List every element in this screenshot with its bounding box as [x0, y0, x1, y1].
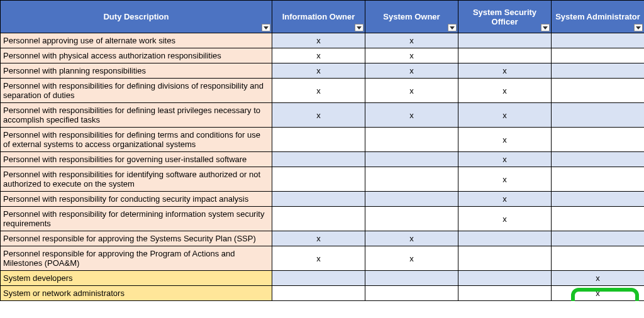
- header-label: Information Owner: [282, 12, 355, 21]
- filter-dropdown-icon[interactable]: [634, 24, 643, 31]
- table-row: Personnel with responsibilities for defi…: [1, 79, 645, 103]
- header-duty-description: Duty Description: [1, 1, 272, 33]
- role-mark-cell: [272, 271, 365, 286]
- mark-x: x: [409, 51, 414, 60]
- filter-dropdown-icon[interactable]: [541, 24, 550, 31]
- header-system-administrator: System Administrator: [552, 1, 645, 33]
- mark-x: x: [502, 194, 507, 204]
- mark-x: x: [409, 234, 414, 243]
- duty-description-cell: System or network administrators: [1, 286, 272, 301]
- filter-dropdown-icon[interactable]: [355, 24, 364, 31]
- role-mark-cell: x: [365, 246, 458, 271]
- role-mark-cell: [552, 246, 645, 271]
- role-mark-cell: x: [458, 167, 552, 192]
- mark-x: x: [409, 254, 414, 263]
- role-mark-cell: [552, 48, 645, 63]
- mark-x: x: [316, 86, 321, 96]
- role-mark-cell: x: [458, 192, 552, 207]
- role-mark-cell: x: [365, 63, 458, 79]
- role-mark-cell: [458, 231, 552, 246]
- duty-description-cell: Personnel with responsibilities for defi…: [1, 103, 272, 128]
- role-mark-cell: x: [552, 271, 645, 286]
- role-mark-cell: [458, 271, 552, 286]
- role-mark-cell: x: [272, 48, 365, 63]
- header-label: System Owner: [383, 12, 440, 21]
- role-mark-cell: [458, 48, 552, 63]
- role-mark-cell: x: [458, 152, 552, 167]
- role-mark-cell: [365, 152, 458, 167]
- role-mark-cell: [272, 167, 365, 192]
- table-row: Personnel with physical access authoriza…: [1, 48, 645, 63]
- role-mark-cell: x: [365, 79, 458, 103]
- mark-x: x: [316, 111, 321, 120]
- duty-description-cell: Personnel with responsibilities for gove…: [1, 152, 272, 167]
- role-mark-cell: x: [272, 103, 365, 128]
- mark-x: x: [316, 36, 321, 45]
- duty-description-cell: System developers: [1, 271, 272, 286]
- table-row: Personnel with responsibility for determ…: [1, 207, 645, 231]
- header-information-owner: Information Owner: [272, 1, 365, 33]
- duty-description-cell: Personnel with responsibilities for defi…: [1, 128, 272, 152]
- role-mark-cell: x: [272, 79, 365, 103]
- duty-description-cell: Personnel with planning responsibilities: [1, 63, 272, 79]
- table-row: Personnel responsible for approving the …: [1, 246, 645, 271]
- table-row: Personnel with planning responsibilities…: [1, 63, 645, 79]
- role-mark-cell: [458, 246, 552, 271]
- duty-description-cell: Personnel approving use of alternate wor…: [1, 33, 272, 48]
- role-mark-cell: x: [552, 286, 645, 301]
- role-mark-cell: x: [272, 63, 365, 79]
- mark-x: x: [316, 66, 321, 75]
- role-mark-cell: x: [272, 33, 365, 48]
- filter-dropdown-icon[interactable]: [262, 24, 270, 31]
- role-mark-cell: [272, 152, 365, 167]
- role-mark-cell: [365, 167, 458, 192]
- role-mark-cell: x: [272, 231, 365, 246]
- role-mark-cell: x: [458, 79, 552, 103]
- role-mark-cell: [365, 192, 458, 207]
- table-row: Personnel with responsibilities for iden…: [1, 167, 645, 192]
- header-label: Duty Description: [103, 12, 169, 21]
- mark-x: x: [596, 273, 600, 283]
- header-system-security-officer: System Security Officer: [458, 1, 552, 33]
- table-row: Personnel approving use of alternate wor…: [1, 33, 645, 48]
- mark-x: x: [409, 86, 414, 96]
- role-mark-cell: [272, 192, 365, 207]
- role-mark-cell: [552, 79, 645, 103]
- duty-description-cell: Personnel with physical access authoriza…: [1, 48, 272, 63]
- table-row: Personnel with responsibilities for defi…: [1, 103, 645, 128]
- role-mark-cell: [458, 33, 552, 48]
- duty-description-cell: Personnel responsible for approving the …: [1, 231, 272, 246]
- role-mark-cell: [552, 33, 645, 48]
- role-mark-cell: [365, 271, 458, 286]
- mark-x: x: [316, 234, 321, 243]
- role-mark-cell: [552, 63, 645, 79]
- mark-x: x: [502, 214, 507, 224]
- role-mark-cell: x: [458, 128, 552, 152]
- table-body: Personnel approving use of alternate wor…: [1, 33, 645, 301]
- role-mark-cell: x: [365, 48, 458, 63]
- duty-matrix-table: Duty Description Information Owner Syste…: [0, 0, 644, 301]
- duty-description-cell: Personnel with responsibilities for defi…: [1, 79, 272, 103]
- role-mark-cell: x: [365, 33, 458, 48]
- role-mark-cell: [365, 207, 458, 231]
- role-mark-cell: x: [365, 231, 458, 246]
- role-mark-cell: x: [458, 207, 552, 231]
- table-wrap: Duty Description Information Owner Syste…: [0, 0, 644, 301]
- table-row: Personnel with responsibilities for defi…: [1, 128, 645, 152]
- duty-description-cell: Personnel responsible for approving the …: [1, 246, 272, 271]
- duty-description-cell: Personnel with responsibility for determ…: [1, 207, 272, 231]
- role-mark-cell: [365, 128, 458, 152]
- role-mark-cell: [552, 103, 645, 128]
- header-row: Duty Description Information Owner Syste…: [1, 1, 645, 33]
- header-label: System Security Officer: [473, 8, 536, 26]
- role-mark-cell: [552, 231, 645, 246]
- role-mark-cell: [365, 286, 458, 301]
- mark-x: x: [409, 111, 414, 120]
- role-mark-cell: [552, 128, 645, 152]
- role-mark-cell: x: [272, 246, 365, 271]
- mark-x: x: [502, 175, 507, 184]
- mark-x: x: [409, 66, 414, 75]
- filter-dropdown-icon[interactable]: [448, 24, 457, 31]
- table-row: System developersx: [1, 271, 645, 286]
- role-mark-cell: x: [458, 103, 552, 128]
